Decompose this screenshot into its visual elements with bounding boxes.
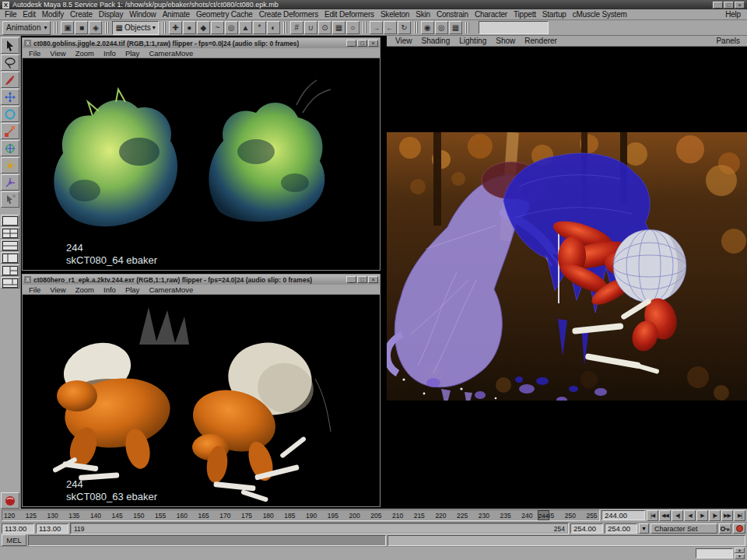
menu-item[interactable]: Create	[67, 10, 96, 19]
character-set-selector[interactable]: Character Set	[651, 523, 717, 534]
playback-end-field[interactable]: 254.00	[570, 523, 603, 534]
layout-two-pane-stacked-icon[interactable]	[1, 240, 19, 251]
spinner-up-icon[interactable]: ▲	[735, 548, 745, 553]
menu-item[interactable]: Skeleton	[377, 10, 412, 19]
step-forward-frame-button[interactable]: |▶	[709, 510, 721, 521]
make-live-icon[interactable]: ○	[346, 21, 359, 34]
play-backwards-button[interactable]: ◀	[684, 510, 696, 521]
character-set-menu-button[interactable]: ▼	[639, 523, 649, 534]
layout-two-pane-side-icon[interactable]	[1, 264, 19, 276]
panel-menu-item[interactable]: Shading	[417, 37, 455, 45]
toolbar-grip[interactable]	[54, 22, 58, 33]
animation-end-field[interactable]: 254.00	[605, 523, 637, 534]
select-by-hierarchy-icon[interactable]: ▣	[61, 21, 74, 34]
snap-to-curve-icon[interactable]: ∪	[304, 21, 317, 34]
menu-item-help[interactable]: Help	[721, 10, 745, 19]
paint-select-tool-icon[interactable]	[1, 72, 19, 88]
mask-dynamics-icon[interactable]: *	[253, 21, 266, 34]
close-button[interactable]: ×	[368, 40, 378, 47]
select-by-object-icon[interactable]: ■	[75, 21, 88, 34]
toolbar-grip[interactable]	[162, 22, 166, 33]
toolbar-grip[interactable]	[465, 22, 469, 33]
menu-item[interactable]: Edit Deformers	[321, 10, 377, 19]
maximize-button[interactable]: □	[357, 40, 367, 47]
toolbar-grip[interactable]	[105, 22, 109, 33]
menu-item[interactable]: Animate	[160, 10, 193, 19]
mask-deformations-icon[interactable]: ▲	[239, 21, 252, 34]
menu-item[interactable]: Geometry Cache	[193, 10, 256, 19]
flipper-menu-item[interactable]: File	[24, 285, 45, 294]
snap-to-view-plane-icon[interactable]: ▦	[332, 21, 345, 34]
mask-handles-icon[interactable]: ●	[183, 21, 196, 34]
menu-item[interactable]: Create Deformers	[256, 10, 321, 19]
soft-mod-tool-icon[interactable]	[1, 157, 19, 173]
mask-rendering-icon[interactable]: ◐	[267, 21, 280, 34]
select-by-component-icon[interactable]: ◈	[89, 21, 102, 34]
flipper-image-hero[interactable]: 244 skCT080_63 ebaker	[23, 295, 380, 506]
menu-item[interactable]: Modify	[39, 10, 67, 19]
snap-to-point-icon[interactable]: ⊙	[318, 21, 331, 34]
command-input[interactable]	[28, 535, 386, 546]
flipper-image-goblins[interactable]: 244 skCT080_64 ebaker	[23, 58, 380, 270]
maximize-button[interactable]: □	[724, 2, 734, 9]
close-button[interactable]: ×	[368, 276, 378, 283]
step-back-key-button[interactable]: ◀◀	[659, 510, 671, 521]
auto-keyframe-icon[interactable]	[733, 523, 745, 534]
quick-input-field[interactable]	[479, 21, 549, 34]
toolbar-grip[interactable]	[363, 22, 366, 33]
menu-item[interactable]: Edit	[19, 10, 38, 19]
select-tool-icon[interactable]	[1, 37, 19, 54]
play-forwards-button[interactable]: ▶	[696, 510, 708, 521]
panel-menu-item[interactable]: Renderer	[520, 37, 562, 45]
move-tool-icon[interactable]	[1, 89, 19, 105]
menu-item[interactable]: Tippett	[510, 10, 539, 19]
animation-start-field[interactable]: 113.00	[2, 523, 34, 534]
show-manipulator-tool-icon[interactable]	[1, 174, 19, 191]
go-to-end-button[interactable]: ▶|	[734, 510, 745, 521]
layout-persp-graph-icon[interactable]	[1, 277, 19, 289]
rotate-tool-icon[interactable]	[1, 106, 19, 122]
snap-to-grid-icon[interactable]: #	[290, 21, 303, 34]
menu-item[interactable]: Startup	[539, 10, 570, 19]
flipper-titlebar[interactable]: X ct080hero_r1_epk.a.2ktv.244.exr (RGB,1…	[23, 275, 380, 285]
menu-item[interactable]: Display	[96, 10, 126, 19]
key-icon[interactable]	[719, 523, 731, 534]
minimize-button[interactable]: _	[346, 276, 356, 283]
flipper-menu-item[interactable]: Play	[121, 285, 144, 294]
spinner-down-icon[interactable]: ▼	[735, 554, 745, 559]
current-time-marker[interactable]: 244	[538, 510, 549, 520]
menu-item[interactable]: Constrain	[433, 10, 472, 19]
maximize-button[interactable]: □	[357, 276, 367, 283]
flipper-menu-item[interactable]: CameraMove	[144, 285, 198, 294]
layout-four-pane-icon[interactable]	[1, 227, 19, 239]
menu-item[interactable]: Window	[126, 10, 159, 19]
flipper-menu-item[interactable]: Zoom	[71, 49, 99, 58]
flipper-menu-item[interactable]: View	[45, 285, 70, 294]
last-tool-icon[interactable]	[1, 191, 19, 208]
flipper-menu-item[interactable]: View	[45, 49, 70, 58]
scale-tool-icon[interactable]	[1, 123, 19, 139]
menu-item[interactable]: Skin	[412, 10, 433, 19]
mask-joints-icon[interactable]: ◆	[197, 21, 210, 34]
go-to-start-button[interactable]: |◀	[647, 510, 658, 521]
window-menu-icon[interactable]: X	[24, 40, 31, 47]
flipper-titlebar[interactable]: X ct080.goblins.jiggle.2.0244.tif (RGB,1…	[23, 38, 380, 48]
range-slider[interactable]: 119 254	[70, 523, 569, 534]
playback-start-field[interactable]: 113.00	[36, 523, 68, 534]
flipper-menu-item[interactable]: Zoom	[71, 285, 99, 294]
panel-menu-panels[interactable]: Panels	[713, 37, 743, 45]
step-back-frame-button[interactable]: ◀|	[672, 510, 683, 521]
minimize-button[interactable]: _	[713, 2, 723, 9]
flipper-menu-item[interactable]: File	[24, 49, 45, 58]
window-titlebar[interactable]: X Autodesk Maya 8.5 Service Pack 1: /sho…	[0, 0, 747, 9]
mask-surfaces-icon[interactable]: ◎	[225, 21, 238, 34]
selection-mask-dropdown[interactable]: ▦ Objects ▾	[112, 21, 158, 35]
menuset-dropdown[interactable]: Animation ▾	[2, 21, 51, 35]
flipper-menu-item[interactable]: CameraMove	[144, 49, 198, 58]
layout-single-pane-icon[interactable]	[1, 215, 19, 226]
flipper-menu-item[interactable]: Info	[99, 285, 121, 294]
step-forward-key-button[interactable]: ▶▶	[721, 510, 733, 521]
window-menu-icon[interactable]: X	[24, 276, 31, 283]
input-to-selected-icon[interactable]: →	[370, 21, 383, 34]
flipper-menu-item[interactable]: Info	[99, 49, 121, 58]
